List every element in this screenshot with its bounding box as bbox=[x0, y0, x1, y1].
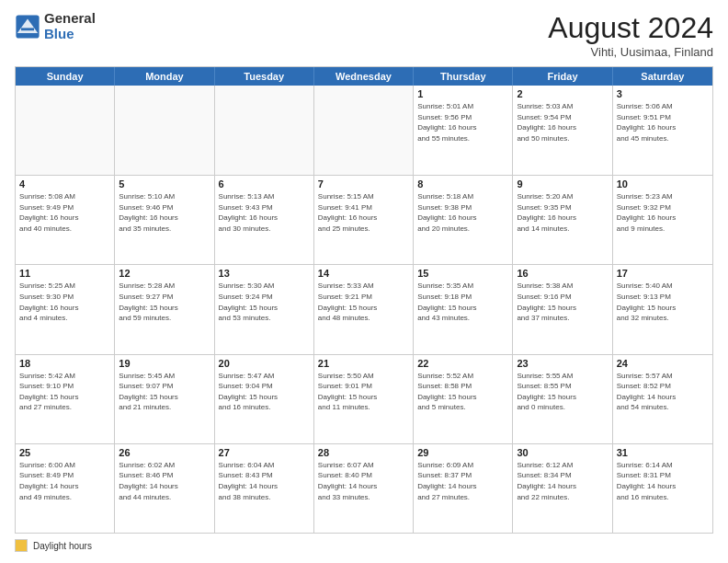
calendar-week: 25Sunrise: 6:00 AM Sunset: 8:49 PM Dayli… bbox=[16, 443, 712, 533]
day-info: Sunrise: 6:04 AM Sunset: 8:43 PM Dayligh… bbox=[219, 460, 310, 502]
calendar-cell: 16Sunrise: 5:38 AM Sunset: 9:16 PM Dayli… bbox=[513, 265, 612, 353]
day-number: 13 bbox=[219, 268, 310, 279]
calendar-cell: 3Sunrise: 5:06 AM Sunset: 9:51 PM Daylig… bbox=[613, 86, 712, 175]
calendar-cell: 12Sunrise: 5:28 AM Sunset: 9:27 PM Dayli… bbox=[115, 265, 214, 353]
header-day: Tuesday bbox=[215, 67, 314, 86]
day-info: Sunrise: 6:02 AM Sunset: 8:46 PM Dayligh… bbox=[119, 460, 210, 502]
day-info: Sunrise: 5:01 AM Sunset: 9:56 PM Dayligh… bbox=[417, 101, 508, 144]
calendar-cell: 26Sunrise: 6:02 AM Sunset: 8:46 PM Dayli… bbox=[115, 444, 214, 533]
day-number: 6 bbox=[219, 178, 310, 190]
calendar-cell: 10Sunrise: 5:23 AM Sunset: 9:32 PM Dayli… bbox=[613, 176, 712, 264]
calendar-week: 4Sunrise: 5:08 AM Sunset: 9:49 PM Daylig… bbox=[16, 175, 712, 264]
day-number: 30 bbox=[517, 447, 608, 458]
calendar-cell: 29Sunrise: 6:09 AM Sunset: 8:37 PM Dayli… bbox=[414, 444, 513, 533]
day-number: 2 bbox=[517, 88, 608, 99]
day-number: 10 bbox=[617, 178, 709, 190]
day-number: 29 bbox=[417, 447, 508, 458]
day-number: 18 bbox=[19, 358, 110, 369]
calendar-cell: 11Sunrise: 5:25 AM Sunset: 9:30 PM Dayli… bbox=[16, 265, 115, 353]
header-day: Wednesday bbox=[314, 67, 414, 86]
legend: Daylight hours bbox=[15, 539, 713, 552]
calendar-cell: 13Sunrise: 5:30 AM Sunset: 9:24 PM Dayli… bbox=[215, 265, 314, 353]
day-info: Sunrise: 5:50 AM Sunset: 9:01 PM Dayligh… bbox=[318, 371, 409, 413]
svg-rect-2 bbox=[21, 28, 34, 30]
day-info: Sunrise: 5:33 AM Sunset: 9:21 PM Dayligh… bbox=[318, 281, 409, 323]
calendar-cell bbox=[115, 86, 214, 175]
day-number: 4 bbox=[19, 178, 110, 190]
day-info: Sunrise: 5:20 AM Sunset: 9:35 PM Dayligh… bbox=[517, 191, 608, 234]
logo-general: General bbox=[44, 11, 96, 27]
day-info: Sunrise: 5:13 AM Sunset: 9:43 PM Dayligh… bbox=[219, 191, 310, 234]
day-number: 7 bbox=[318, 178, 409, 190]
logo-blue: Blue bbox=[44, 27, 96, 42]
day-info: Sunrise: 5:47 AM Sunset: 9:04 PM Dayligh… bbox=[219, 371, 310, 413]
day-number: 22 bbox=[417, 358, 508, 369]
day-number: 19 bbox=[119, 358, 210, 369]
calendar-cell: 31Sunrise: 6:14 AM Sunset: 8:31 PM Dayli… bbox=[613, 444, 712, 533]
logo: General Blue bbox=[15, 11, 96, 41]
calendar-cell bbox=[314, 86, 414, 175]
location: Vihti, Uusimaa, Finland bbox=[548, 45, 713, 59]
day-number: 21 bbox=[318, 358, 409, 369]
day-number: 17 bbox=[617, 268, 709, 279]
day-info: Sunrise: 6:09 AM Sunset: 8:37 PM Dayligh… bbox=[417, 460, 508, 502]
day-number: 11 bbox=[19, 268, 110, 279]
day-info: Sunrise: 5:15 AM Sunset: 9:41 PM Dayligh… bbox=[318, 191, 409, 234]
day-number: 8 bbox=[417, 178, 508, 190]
legend-box bbox=[15, 539, 28, 552]
day-info: Sunrise: 5:35 AM Sunset: 9:18 PM Dayligh… bbox=[417, 281, 508, 323]
calendar-cell: 23Sunrise: 5:55 AM Sunset: 8:55 PM Dayli… bbox=[513, 355, 612, 443]
day-number: 31 bbox=[617, 447, 709, 458]
calendar-cell: 28Sunrise: 6:07 AM Sunset: 8:40 PM Dayli… bbox=[314, 444, 414, 533]
legend-label: Daylight hours bbox=[33, 541, 92, 551]
header-day: Monday bbox=[115, 67, 214, 86]
calendar-cell: 19Sunrise: 5:45 AM Sunset: 9:07 PM Dayli… bbox=[115, 355, 214, 443]
day-info: Sunrise: 5:38 AM Sunset: 9:16 PM Dayligh… bbox=[517, 281, 608, 323]
day-info: Sunrise: 5:45 AM Sunset: 9:07 PM Dayligh… bbox=[119, 371, 210, 413]
day-info: Sunrise: 5:57 AM Sunset: 8:52 PM Dayligh… bbox=[617, 371, 709, 413]
day-number: 20 bbox=[219, 358, 310, 369]
calendar-cell: 17Sunrise: 5:40 AM Sunset: 9:13 PM Dayli… bbox=[613, 265, 712, 353]
calendar-cell: 8Sunrise: 5:18 AM Sunset: 9:38 PM Daylig… bbox=[414, 176, 513, 264]
calendar-cell: 21Sunrise: 5:50 AM Sunset: 9:01 PM Dayli… bbox=[314, 355, 414, 443]
day-number: 26 bbox=[119, 447, 210, 458]
calendar-cell: 1Sunrise: 5:01 AM Sunset: 9:56 PM Daylig… bbox=[414, 86, 513, 175]
day-info: Sunrise: 6:00 AM Sunset: 8:49 PM Dayligh… bbox=[19, 460, 110, 502]
calendar-cell: 7Sunrise: 5:15 AM Sunset: 9:41 PM Daylig… bbox=[314, 176, 414, 264]
calendar-cell: 15Sunrise: 5:35 AM Sunset: 9:18 PM Dayli… bbox=[414, 265, 513, 353]
day-info: Sunrise: 5:06 AM Sunset: 9:51 PM Dayligh… bbox=[617, 101, 709, 144]
month-title: August 2024 bbox=[548, 11, 713, 45]
day-number: 28 bbox=[318, 447, 409, 458]
header-day: Saturday bbox=[613, 67, 712, 86]
day-number: 24 bbox=[617, 358, 709, 369]
day-number: 23 bbox=[517, 358, 608, 369]
day-number: 9 bbox=[517, 178, 608, 190]
calendar-body: 1Sunrise: 5:01 AM Sunset: 9:56 PM Daylig… bbox=[16, 86, 712, 533]
day-number: 14 bbox=[318, 268, 409, 279]
header: General Blue August 2024 Vihti, Uusimaa,… bbox=[15, 11, 713, 59]
calendar-cell bbox=[215, 86, 314, 175]
header-day: Thursday bbox=[414, 67, 513, 86]
title-area: August 2024 Vihti, Uusimaa, Finland bbox=[548, 11, 713, 59]
calendar-cell: 24Sunrise: 5:57 AM Sunset: 8:52 PM Dayli… bbox=[613, 355, 712, 443]
calendar-week: 11Sunrise: 5:25 AM Sunset: 9:30 PM Dayli… bbox=[16, 264, 712, 353]
day-number: 25 bbox=[19, 447, 110, 458]
day-info: Sunrise: 6:07 AM Sunset: 8:40 PM Dayligh… bbox=[318, 460, 409, 502]
day-info: Sunrise: 5:10 AM Sunset: 9:46 PM Dayligh… bbox=[119, 191, 210, 234]
calendar-week: 18Sunrise: 5:42 AM Sunset: 9:10 PM Dayli… bbox=[16, 354, 712, 443]
day-info: Sunrise: 6:14 AM Sunset: 8:31 PM Dayligh… bbox=[617, 460, 709, 502]
calendar: SundayMondayTuesdayWednesdayThursdayFrid… bbox=[15, 66, 713, 534]
day-number: 5 bbox=[119, 178, 210, 190]
day-info: Sunrise: 6:12 AM Sunset: 8:34 PM Dayligh… bbox=[517, 460, 608, 502]
calendar-cell: 30Sunrise: 6:12 AM Sunset: 8:34 PM Dayli… bbox=[513, 444, 612, 533]
day-info: Sunrise: 5:03 AM Sunset: 9:54 PM Dayligh… bbox=[517, 101, 608, 144]
calendar-cell: 5Sunrise: 5:10 AM Sunset: 9:46 PM Daylig… bbox=[115, 176, 214, 264]
header-day: Friday bbox=[513, 67, 612, 86]
day-info: Sunrise: 5:40 AM Sunset: 9:13 PM Dayligh… bbox=[617, 281, 709, 323]
calendar-cell: 4Sunrise: 5:08 AM Sunset: 9:49 PM Daylig… bbox=[16, 176, 115, 264]
calendar-header: SundayMondayTuesdayWednesdayThursdayFrid… bbox=[16, 67, 712, 86]
day-number: 15 bbox=[417, 268, 508, 279]
day-info: Sunrise: 5:25 AM Sunset: 9:30 PM Dayligh… bbox=[19, 281, 110, 323]
page: General Blue August 2024 Vihti, Uusimaa,… bbox=[0, 0, 728, 563]
calendar-cell bbox=[16, 86, 115, 175]
